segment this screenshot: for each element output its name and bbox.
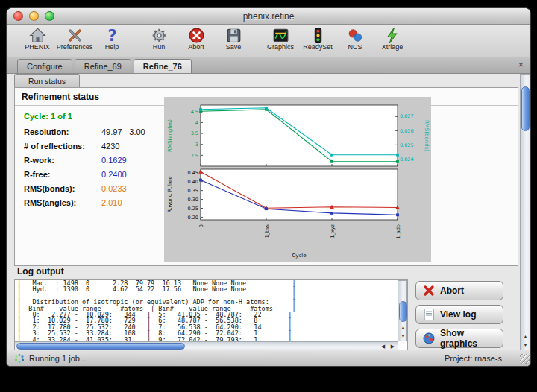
- svg-text:0: 0: [198, 224, 204, 227]
- log-output-box[interactable]: | Mac. : 1498 0 2.28 79.79 16.13 None No…: [14, 279, 408, 351]
- cycle-status: Cycle: 1 of 1: [24, 112, 166, 121]
- toolbar-xtriage-button[interactable]: Xtriage: [374, 26, 411, 51]
- refinement-status-panel: Refinement status Cycle: 1 of 1 Resoluti…: [14, 87, 518, 266]
- stat-resolution: Resolution: 49.97 - 3.00: [24, 127, 166, 136]
- svg-text:0.026: 0.026: [400, 128, 414, 134]
- svg-text:0.20: 0.20: [188, 215, 198, 221]
- content-area: Run status Refinement status Cycle: 1 of…: [7, 74, 531, 351]
- toolbar-preferences-button[interactable]: Preferences: [56, 26, 93, 51]
- progress-spinner-icon: [14, 353, 25, 364]
- toolbar-phenix-button[interactable]: PHENIX: [19, 26, 56, 51]
- tab-bar: Configure Refine_69 Refine_76 ×: [7, 57, 530, 74]
- tab-close-icon[interactable]: ×: [518, 60, 524, 69]
- svg-text:1_xyz: 1_xyz: [330, 224, 336, 238]
- refinement-stats: Cycle: 1 of 1 Resolution: 49.97 - 3.00 #…: [24, 112, 166, 212]
- show-graphics-icon: [422, 332, 436, 345]
- svg-text:Cycle: Cycle: [292, 253, 306, 259]
- toolbar-graphics-button[interactable]: Graphics: [262, 26, 299, 51]
- svg-text:RMS(bonds): RMS(bonds): [424, 120, 430, 151]
- svg-text:0.024: 0.024: [400, 157, 414, 162]
- toolbar-run-button[interactable]: Run: [140, 26, 178, 51]
- svg-text:0.025: 0.025: [400, 142, 414, 148]
- svg-text:1_adp: 1_adp: [395, 224, 401, 239]
- stat-reflections: # of reflections: 4230: [24, 142, 166, 151]
- stat-r-free: R-free: 0.2400: [24, 170, 166, 179]
- toolbar-help-button[interactable]: ? Help: [93, 26, 131, 51]
- view-log-button[interactable]: View log: [415, 305, 503, 324]
- toolbar-ncs-button[interactable]: NCS: [336, 26, 374, 51]
- svg-text:R.work, R.free: R.work, R.free: [167, 177, 173, 213]
- main-scrollbar-thumb[interactable]: [521, 86, 530, 131]
- graphics-icon: [271, 26, 290, 45]
- status-running-text: Running 1 job...: [29, 354, 87, 363]
- traffic-lights: [13, 11, 54, 21]
- svg-text:4.5: 4.5: [191, 109, 198, 115]
- title-bar[interactable]: phenix.refine: [7, 8, 530, 25]
- tab-refine-69[interactable]: Refine_69: [75, 59, 131, 73]
- abort-x-icon: [422, 284, 436, 297]
- svg-text:0.40: 0.40: [188, 179, 198, 185]
- svg-text:RMS(angles): RMS(angles): [167, 119, 173, 152]
- stat-r-work: R-work: 0.1629: [24, 156, 166, 165]
- status-project-text: Project: rnase-s: [445, 354, 502, 363]
- scroll-down-arrow-icon[interactable]: ▼: [521, 341, 530, 350]
- toolbar-abort-button[interactable]: Abort: [178, 26, 215, 51]
- toolbar: PHENIX Preferences ? Help: [7, 25, 530, 57]
- svg-text:1_bss: 1_bss: [264, 224, 270, 238]
- svg-text:4: 4: [195, 120, 198, 126]
- zoom-window-button[interactable]: [45, 11, 54, 21]
- save-icon: [224, 26, 243, 45]
- help-icon: ?: [103, 26, 122, 45]
- xtriage-icon: [383, 26, 402, 45]
- svg-text:3: 3: [195, 142, 198, 148]
- svg-text:0.027: 0.027: [400, 113, 414, 119]
- log-scroll-down-arrow-icon[interactable]: ▼: [398, 332, 408, 341]
- run-icon: [150, 26, 169, 45]
- subtab-run-status[interactable]: Run status: [14, 74, 80, 87]
- stat-rms-bonds: RMS(bonds): 0.0233: [24, 184, 166, 193]
- svg-text:0.25: 0.25: [188, 206, 198, 212]
- svg-text:2.5: 2.5: [191, 153, 198, 159]
- resize-grip[interactable]: [520, 354, 530, 364]
- log-text: | Mac. : 1498 0 2.28 79.79 16.13 None No…: [17, 280, 397, 341]
- abort-icon: [187, 26, 206, 45]
- tab-refine-76[interactable]: Refine_76: [134, 59, 192, 73]
- svg-text:0.30: 0.30: [188, 197, 198, 203]
- abort-button[interactable]: Abort: [415, 281, 503, 300]
- ncs-icon: [346, 26, 365, 45]
- phenix-home-icon: [28, 26, 47, 45]
- toolbar-readyset-button[interactable]: ReadySet: [299, 26, 336, 51]
- window-title: phenix.refine: [243, 11, 295, 22]
- status-bar: Running 1 job... Project: rnase-s: [7, 350, 531, 366]
- toolbar-save-button[interactable]: Save: [215, 26, 252, 51]
- close-window-button[interactable]: [13, 11, 23, 21]
- log-hscroll-thumb[interactable]: [16, 343, 185, 350]
- log-output-title: Log output: [17, 266, 64, 276]
- svg-text:0.35: 0.35: [188, 188, 198, 194]
- refinement-progress-chart: 2.533.544.50.0240.0250.0260.027RMS(angle…: [164, 97, 431, 262]
- tab-configure[interactable]: Configure: [17, 59, 72, 73]
- preferences-icon: [66, 26, 84, 45]
- readyset-icon: [309, 26, 327, 45]
- svg-text:0.45: 0.45: [188, 170, 198, 176]
- log-vertical-scrollbar[interactable]: ▲ ▼: [398, 280, 407, 341]
- main-vertical-scrollbar[interactable]: ▲ ▼: [520, 74, 531, 351]
- log-vscroll-thumb[interactable]: [399, 301, 407, 322]
- minimize-window-button[interactable]: [29, 11, 39, 21]
- show-graphics-button[interactable]: Show graphics: [415, 329, 503, 348]
- phenix-refine-window: phenix.refine PHENIX Preferences ? Help: [6, 7, 531, 367]
- view-log-icon: [422, 308, 436, 321]
- action-buttons: Abort View log Show graphics: [415, 281, 505, 353]
- svg-text:3.5: 3.5: [191, 130, 198, 136]
- stat-rms-angles: RMS(angles): 2.010: [24, 198, 166, 207]
- svg-text:?: ?: [107, 27, 116, 45]
- chart-svg: 2.533.544.50.0240.0250.0260.027RMS(angle…: [165, 98, 430, 262]
